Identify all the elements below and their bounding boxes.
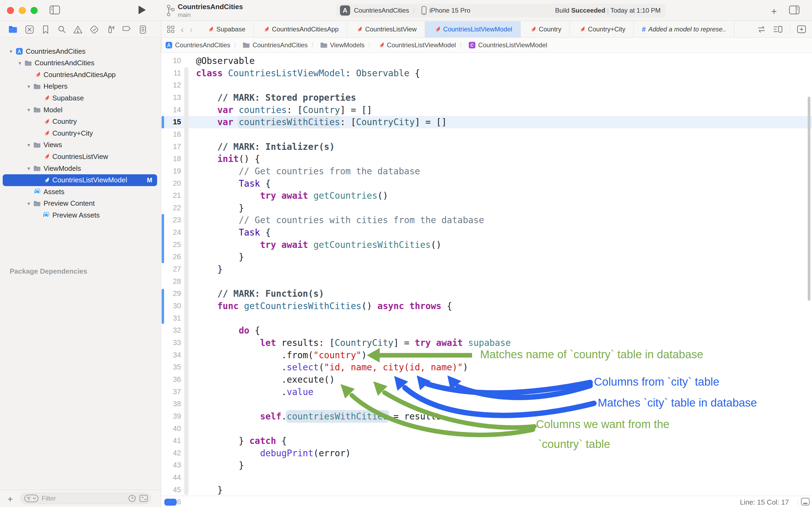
- tab-country-city[interactable]: Country+City: [570, 21, 634, 37]
- breadcrumb-item[interactable]: ViewModels: [320, 41, 365, 49]
- line-number[interactable]: 16: [161, 130, 181, 138]
- sidebar-item-assets[interactable]: Assets: [3, 186, 157, 198]
- filter-options-icon[interactable]: [24, 495, 39, 502]
- code-line-31[interactable]: 31: [161, 312, 812, 325]
- filter-field[interactable]: [20, 493, 151, 504]
- find-icon[interactable]: [57, 25, 67, 35]
- editor-layout-icon[interactable]: [801, 498, 810, 506]
- code-line-20[interactable]: 20 Task {: [161, 177, 812, 190]
- add-editor-icon[interactable]: [797, 25, 806, 33]
- line-number[interactable]: 28: [161, 277, 181, 286]
- code-line-23[interactable]: 23 // Get countries with cities from the…: [161, 214, 812, 226]
- reports-icon[interactable]: [138, 25, 148, 35]
- tab-overview-icon[interactable]: [167, 25, 175, 33]
- line-number[interactable]: 15: [161, 118, 181, 126]
- line-number[interactable]: 13: [161, 94, 181, 102]
- sidebar-item-countriesandcities[interactable]: ▾CountriesAndCities: [3, 45, 157, 57]
- line-number[interactable]: 14: [161, 106, 181, 114]
- code-line-13[interactable]: 13 // MARK: Stored properties: [161, 92, 812, 104]
- breakpoint-pill-icon[interactable]: [164, 499, 177, 506]
- sidebar-item-model[interactable]: ▾Model: [3, 104, 157, 116]
- line-number[interactable]: 43: [161, 461, 181, 469]
- line-number[interactable]: 25: [161, 241, 181, 249]
- code-line-42[interactable]: 42 debugPrint(error): [161, 447, 812, 459]
- line-number[interactable]: 26: [161, 253, 181, 261]
- line-number[interactable]: 38: [161, 400, 181, 408]
- scrollbar-thumb[interactable]: [808, 97, 810, 301]
- line-number[interactable]: 11: [161, 69, 181, 77]
- run-button[interactable]: [137, 5, 147, 15]
- sidebar-item-country-city[interactable]: Country+City: [3, 127, 157, 139]
- code-line-15[interactable]: 15 var countriesWithCities: [CountryCity…: [161, 116, 812, 128]
- package-dependencies-header[interactable]: Package Dependencies: [10, 267, 87, 276]
- code-line-29[interactable]: 29 // MARK: Function(s): [161, 288, 812, 300]
- toggle-left-sidebar-icon[interactable]: [49, 5, 60, 14]
- line-number[interactable]: 40: [161, 425, 181, 433]
- chevron-down-icon[interactable]: ▾: [24, 83, 33, 90]
- code-line-21[interactable]: 21 try await getCountries(): [161, 189, 812, 202]
- chevron-down-icon[interactable]: ▾: [24, 107, 33, 113]
- tab-country[interactable]: Country: [521, 21, 570, 37]
- line-number[interactable]: 39: [161, 412, 181, 420]
- code-editor[interactable]: 10@Observable11class CountriesListViewMo…: [161, 53, 812, 507]
- code-line-16[interactable]: 16: [161, 128, 812, 141]
- line-number[interactable]: 34: [161, 351, 181, 359]
- sidebar-item-helpers[interactable]: ▾Helpers: [3, 80, 157, 92]
- chevron-down-icon[interactable]: ▾: [24, 165, 33, 172]
- code-line-25[interactable]: 25 try await getCountriesWithCities(): [161, 239, 812, 251]
- breadcrumb-item[interactable]: CCountriesListViewModel: [468, 41, 547, 49]
- code-line-24[interactable]: 24 Task {: [161, 226, 812, 239]
- tab-supabase[interactable]: Supabase: [198, 21, 254, 37]
- code-line-33[interactable]: 33 let results: [CountryCity] = try awai…: [161, 337, 812, 349]
- line-number[interactable]: 20: [161, 179, 181, 188]
- line-number[interactable]: 44: [161, 473, 181, 482]
- code-line-18[interactable]: 18 init() {: [161, 153, 812, 165]
- code-line-10[interactable]: 10@Observable: [161, 55, 812, 67]
- tests-icon[interactable]: [90, 25, 99, 35]
- scm-status-filter-icon[interactable]: [139, 495, 148, 502]
- sidebar-item-countrieslistviewmodel[interactable]: CountriesListViewModelM: [3, 174, 157, 186]
- tab-countrieslistviewmodel[interactable]: CountriesListViewModel: [425, 21, 521, 37]
- source-control-icon[interactable]: [25, 25, 35, 35]
- line-number[interactable]: 18: [161, 155, 181, 163]
- issues-icon[interactable]: [73, 25, 83, 35]
- jump-bar[interactable]: CountriesAndCities〉CountriesAndCities〉Vi…: [161, 38, 812, 53]
- recent-files-clock-icon[interactable]: [128, 494, 136, 502]
- forward-icon[interactable]: ›: [189, 24, 192, 35]
- line-number[interactable]: 12: [161, 81, 181, 90]
- code-line-11[interactable]: 11class CountriesListViewModel: Observab…: [161, 67, 812, 79]
- code-line-30[interactable]: 30 func getCountriesWithCities() async t…: [161, 300, 812, 312]
- sidebar-item-countriesandcitiesapp[interactable]: CountriesAndCitiesApp: [3, 69, 157, 80]
- code-line-41[interactable]: 41 } catch {: [161, 435, 812, 447]
- add-file-button[interactable]: +: [7, 494, 13, 504]
- breakpoints-icon[interactable]: [122, 25, 131, 35]
- line-number[interactable]: 17: [161, 143, 181, 151]
- line-number[interactable]: 21: [161, 191, 181, 200]
- code-line-39[interactable]: 39 self.countriesWithCities = results: [161, 410, 812, 423]
- run-destination[interactable]: iPhone 15 Pro: [429, 7, 470, 14]
- code-line-28[interactable]: 28: [161, 276, 812, 288]
- line-number[interactable]: 37: [161, 388, 181, 396]
- bookmarks-icon[interactable]: [41, 25, 51, 35]
- line-number[interactable]: 42: [161, 449, 181, 457]
- line-number[interactable]: 24: [161, 228, 181, 237]
- line-number[interactable]: 29: [161, 289, 181, 298]
- sidebar-item-countriesandcities[interactable]: ▾CountriesAndCities: [3, 57, 157, 69]
- traffic-zoom-button[interactable]: [31, 7, 38, 14]
- sidebar-item-viewmodels[interactable]: ▾ViewModels: [3, 163, 157, 174]
- code-line-32[interactable]: 32 do {: [161, 324, 812, 337]
- line-number[interactable]: 30: [161, 302, 181, 310]
- sidebar-item-supabase[interactable]: Supabase: [3, 92, 157, 104]
- activity-pill[interactable]: A CountriesAndCities 〉 iPhone 15 Pro Bui…: [336, 4, 665, 17]
- code-line-17[interactable]: 17 // MARK: Intializer(s): [161, 141, 812, 153]
- code-line-40[interactable]: 40: [161, 423, 812, 435]
- editor-options-icon[interactable]: [773, 25, 783, 33]
- code-line-26[interactable]: 26 }: [161, 251, 812, 263]
- tab-countrieslistview[interactable]: CountriesListView: [347, 21, 425, 37]
- code-line-27[interactable]: 27 }: [161, 263, 812, 276]
- line-number[interactable]: 31: [161, 314, 181, 323]
- line-number[interactable]: 23: [161, 216, 181, 224]
- sidebar-item-countrieslistview[interactable]: CountriesListView: [3, 151, 157, 163]
- line-number[interactable]: 32: [161, 326, 181, 335]
- add-button[interactable]: +: [771, 6, 777, 17]
